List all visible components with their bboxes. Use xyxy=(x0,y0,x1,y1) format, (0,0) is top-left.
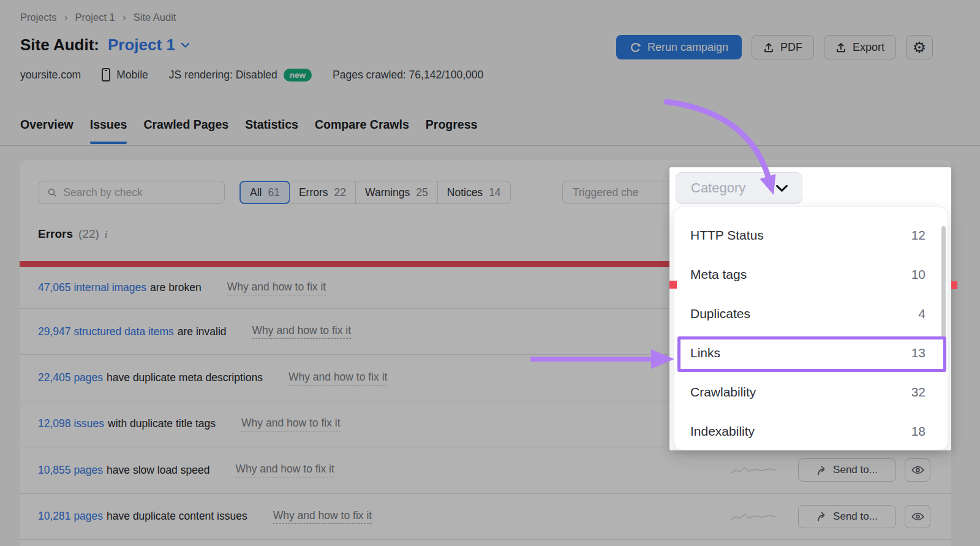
errors-section-header: Errors (22) i xyxy=(38,227,108,241)
send-to-button[interactable]: Send to... xyxy=(798,505,896,528)
header-actions: Rerun campaign PDF Export ⚙ xyxy=(616,35,933,59)
why-how-to-fix-link[interactable]: Why and how to fix it xyxy=(252,324,351,339)
filter-all[interactable]: All 61 xyxy=(239,181,290,204)
breadcrumb-site-audit: Site Audit xyxy=(134,12,176,23)
new-badge: new xyxy=(284,69,312,82)
menu-item-crawlability[interactable]: Crawlability 32 xyxy=(674,373,948,412)
errors-title: Errors xyxy=(38,227,73,241)
site-domain: yoursite.com xyxy=(20,69,81,82)
issue-link[interactable]: 10,855 pages xyxy=(38,464,103,477)
why-how-to-fix-link[interactable]: Why and how to fix it xyxy=(227,281,326,295)
tab-compare-crawls[interactable]: Compare Crawls xyxy=(315,118,409,144)
breadcrumb: Projects › Project 1 › Site Audit xyxy=(20,11,176,24)
menu-item-duplicates[interactable]: Duplicates 4 xyxy=(674,294,948,333)
send-arrow-icon xyxy=(816,511,827,521)
issue-link[interactable]: 29,947 structured data items xyxy=(38,325,174,338)
issue-text: have duplicate meta descriptions xyxy=(107,371,263,384)
issue-text: with duplicate title tags xyxy=(108,417,216,430)
page-title: Site Audit: xyxy=(20,36,99,55)
tab-issues[interactable]: Issues xyxy=(90,118,127,144)
info-icon[interactable]: i xyxy=(105,229,108,241)
page-title-row: Site Audit: Project 1 xyxy=(20,36,190,55)
menu-item-indexability[interactable]: Indexability 18 xyxy=(674,412,948,450)
tab-overview[interactable]: Overview xyxy=(20,118,74,144)
tab-progress[interactable]: Progress xyxy=(426,118,478,144)
project-selector[interactable]: Project 1 xyxy=(108,36,190,55)
project-dropdown-chevron-icon xyxy=(181,42,190,48)
filter-notices[interactable]: Notices 14 xyxy=(438,181,511,204)
device-type: Mobile xyxy=(102,68,148,82)
triggered-checks-filter[interactable]: Triggered che xyxy=(562,181,679,204)
mobile-phone-icon xyxy=(102,68,110,82)
issue-link[interactable]: 12,098 issues xyxy=(38,417,104,430)
menu-scrollbar[interactable] xyxy=(941,226,946,338)
search-icon xyxy=(47,187,57,198)
eye-icon xyxy=(911,512,924,521)
menu-item-http-status[interactable]: HTTP Status 12 xyxy=(674,216,948,255)
breadcrumb-separator-icon: › xyxy=(123,11,126,24)
issue-text: have slow load speed xyxy=(107,464,209,477)
menu-item-links[interactable]: Links 13 xyxy=(674,333,948,373)
upload-icon xyxy=(763,42,774,53)
tab-crawled-pages[interactable]: Crawled Pages xyxy=(143,118,228,144)
breadcrumb-project-1[interactable]: Project 1 xyxy=(75,12,115,23)
issue-text: are broken xyxy=(150,281,202,294)
project-selector-label: Project 1 xyxy=(108,36,175,55)
trend-sparkline-icon xyxy=(730,465,777,475)
menu-item-meta-tags[interactable]: Meta tags 10 xyxy=(674,255,948,294)
issue-link[interactable]: 10,281 pages xyxy=(38,510,103,523)
audit-tabs: Overview Issues Crawled Pages Statistics… xyxy=(20,118,477,144)
export-button[interactable]: Export xyxy=(824,35,896,59)
errors-count: (22) xyxy=(78,227,99,241)
issue-text: are invalid xyxy=(178,325,227,338)
issue-text: have duplicate content issues xyxy=(107,510,247,523)
upload-icon xyxy=(835,42,846,53)
breadcrumb-projects[interactable]: Projects xyxy=(20,12,57,23)
tab-statistics[interactable]: Statistics xyxy=(245,118,298,144)
issue-link[interactable]: 47,065 internal images xyxy=(38,281,146,294)
js-rendering-status: JS rendering: Disabled new xyxy=(169,69,312,82)
send-arrow-icon xyxy=(816,465,827,476)
pdf-button[interactable]: PDF xyxy=(752,35,814,59)
category-dropdown-button[interactable]: Category xyxy=(676,172,802,204)
campaign-meta: yoursite.com Mobile JS rendering: Disabl… xyxy=(20,68,483,82)
rerun-campaign-button[interactable]: Rerun campaign xyxy=(616,35,742,59)
banner-red-accent xyxy=(669,281,677,289)
severity-filter: All 61 Errors 22 Warnings 25 Notices 14 xyxy=(239,181,511,204)
breadcrumb-separator-icon: › xyxy=(64,11,68,24)
category-dropdown-menu: HTTP Status 12 Meta tags 10 Duplicates 4… xyxy=(674,207,948,450)
tabs-divider xyxy=(0,145,980,146)
hide-issue-button[interactable] xyxy=(905,505,930,528)
eye-icon xyxy=(911,466,924,474)
hide-issue-button[interactable] xyxy=(905,458,930,482)
why-how-to-fix-link[interactable]: Why and how to fix it xyxy=(235,463,334,477)
refresh-icon xyxy=(630,42,641,53)
why-how-to-fix-link[interactable]: Why and how to fix it xyxy=(273,509,372,524)
gear-icon: ⚙ xyxy=(913,39,926,56)
pages-crawled: Pages crawled: 76,142/100,000 xyxy=(333,69,483,82)
why-how-to-fix-link[interactable]: Why and how to fix it xyxy=(241,417,340,431)
why-how-to-fix-link[interactable]: Why and how to fix it xyxy=(288,371,387,385)
banner-red-accent xyxy=(951,281,957,289)
search-input[interactable] xyxy=(63,186,216,199)
filter-errors[interactable]: Errors 22 xyxy=(290,181,356,204)
search-by-check xyxy=(39,181,225,204)
issue-link[interactable]: 22,405 pages xyxy=(38,371,103,384)
issue-row: 10,855 pages have slow load speed Why an… xyxy=(20,447,951,493)
send-to-button[interactable]: Send to... xyxy=(798,458,896,482)
issue-row: 10,281 pages have duplicate content issu… xyxy=(20,494,951,540)
trend-sparkline-icon xyxy=(730,512,777,521)
filter-warnings[interactable]: Warnings 25 xyxy=(356,181,438,204)
category-spotlight: Category HTTP Status 12 Meta tags 10 Dup… xyxy=(669,167,951,450)
chevron-down-icon xyxy=(775,184,788,192)
settings-button[interactable]: ⚙ xyxy=(906,35,933,59)
